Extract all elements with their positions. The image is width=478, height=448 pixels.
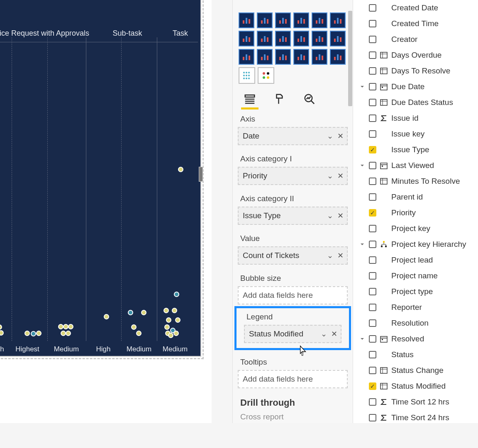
data-point[interactable]: [68, 324, 73, 329]
field-row[interactable]: Status Change: [353, 363, 478, 378]
field-row[interactable]: Status Modified: [353, 378, 478, 394]
viz-type-icon[interactable]: [312, 12, 327, 28]
viz-type-icon[interactable]: [312, 49, 327, 65]
field-checkbox[interactable]: [369, 256, 376, 264]
viz-type-icon[interactable]: [275, 49, 291, 65]
field-row[interactable]: Status: [353, 347, 478, 363]
field-row[interactable]: Issue Type: [353, 142, 478, 158]
scrollbar-thumb[interactable]: [348, 11, 352, 106]
field-row[interactable]: Resolved: [353, 331, 478, 347]
data-point[interactable]: [175, 317, 180, 323]
field-checkbox[interactable]: [369, 20, 376, 27]
chevron-down-icon[interactable]: ⌄: [321, 329, 327, 338]
field-row[interactable]: Days To Resolve: [353, 63, 478, 79]
field-checkbox[interactable]: [369, 367, 376, 374]
data-point[interactable]: [24, 331, 30, 336]
field-checkbox[interactable]: [369, 225, 376, 232]
data-point[interactable]: [136, 331, 141, 336]
field-well-value[interactable]: Count of Tickets ⌄ ✕: [238, 246, 348, 265]
field-checkbox[interactable]: [369, 209, 376, 217]
data-point[interactable]: [36, 331, 41, 336]
field-well-legend[interactable]: Status Modified ⌄ ✕: [244, 325, 341, 343]
field-checkbox[interactable]: [369, 351, 376, 358]
field-row[interactable]: Due Date: [353, 79, 478, 95]
remove-icon[interactable]: ✕: [331, 329, 337, 338]
field-row[interactable]: Project type: [353, 284, 478, 299]
viz-type-icon[interactable]: [330, 31, 346, 46]
field-row[interactable]: Days Overdue: [353, 47, 478, 63]
data-point[interactable]: [178, 167, 183, 172]
data-point[interactable]: [173, 331, 179, 336]
bubble-chart-visual[interactable]: ice Request with Approvals Sub-task Task: [0, 0, 201, 357]
remove-icon[interactable]: ✕: [337, 171, 344, 180]
field-checkbox[interactable]: [369, 99, 376, 106]
remove-icon[interactable]: ✕: [337, 251, 344, 260]
field-checkbox[interactable]: [369, 414, 376, 421]
viz-type-icon[interactable]: [293, 49, 309, 65]
data-point[interactable]: [131, 324, 137, 330]
viz-type-icon[interactable]: [330, 12, 346, 28]
data-point[interactable]: [128, 310, 133, 315]
field-checkbox[interactable]: [369, 241, 376, 248]
report-canvas[interactable]: ice Request with Approvals Sub-task Task: [0, 0, 212, 423]
field-row[interactable]: Last Viewed: [353, 158, 478, 173]
viz-type-icon[interactable]: [257, 12, 273, 28]
data-point[interactable]: [164, 324, 170, 330]
field-checkbox[interactable]: [369, 319, 376, 327]
field-row[interactable]: Resolution: [353, 315, 478, 331]
viz-type-icon[interactable]: [239, 12, 254, 28]
viz-type-icon[interactable]: [293, 12, 309, 28]
viz-type-icon[interactable]: [275, 31, 291, 46]
field-row[interactable]: Creator: [353, 32, 478, 47]
field-checkbox[interactable]: [369, 335, 376, 343]
viz-type-icon[interactable]: [293, 31, 309, 46]
tab-analytics-icon[interactable]: [302, 91, 317, 107]
field-row[interactable]: Project lead: [353, 252, 478, 268]
field-checkbox[interactable]: [369, 398, 376, 406]
viz-type-icon[interactable]: [239, 49, 254, 65]
field-checkbox[interactable]: [369, 67, 376, 75]
field-well-axis-cat1[interactable]: Priority ⌄ ✕: [238, 167, 348, 185]
field-row[interactable]: Created Time: [353, 16, 478, 32]
field-row[interactable]: Created Date: [353, 0, 478, 16]
data-point[interactable]: [163, 308, 169, 313]
field-row[interactable]: Time Sort 12 hrs: [353, 394, 478, 410]
field-well-tooltips[interactable]: Add data fields here: [238, 370, 348, 388]
field-row[interactable]: Time Sort 24 hrs: [353, 410, 478, 423]
data-point[interactable]: [0, 330, 4, 336]
viz-type-icon[interactable]: [330, 49, 346, 65]
field-row[interactable]: Project name: [353, 268, 478, 284]
field-checkbox[interactable]: [369, 36, 376, 43]
field-row[interactable]: Issue key: [353, 126, 478, 142]
field-well-bubble[interactable]: Add data fields here: [238, 286, 348, 304]
viz-type-icon[interactable]: [258, 67, 274, 84]
data-point[interactable]: [0, 324, 2, 330]
field-checkbox[interactable]: [369, 178, 376, 185]
viz-type-icon[interactable]: [239, 67, 255, 84]
field-row[interactable]: Project key: [353, 221, 478, 236]
expand-caret-icon[interactable]: [359, 241, 366, 248]
field-row[interactable]: Priority: [353, 205, 478, 221]
field-checkbox[interactable]: [369, 272, 376, 280]
field-checkbox[interactable]: [369, 114, 376, 122]
data-point[interactable]: [166, 317, 171, 323]
remove-icon[interactable]: ✕: [337, 131, 344, 141]
field-row[interactable]: Project key Hierarchy: [353, 236, 478, 252]
field-well-axis-cat2[interactable]: Issue Type ⌄ ✕: [238, 207, 348, 225]
field-checkbox[interactable]: [369, 162, 376, 169]
data-point[interactable]: [66, 331, 71, 336]
viz-type-icon[interactable]: [275, 12, 291, 28]
chevron-down-icon[interactable]: ⌄: [327, 251, 333, 260]
data-point[interactable]: [168, 333, 173, 338]
field-checkbox[interactable]: [369, 288, 376, 295]
field-checkbox[interactable]: [369, 4, 376, 12]
field-checkbox[interactable]: [369, 51, 376, 59]
viz-type-icon[interactable]: [257, 31, 273, 46]
viz-type-icon[interactable]: [312, 31, 327, 46]
field-well-axis[interactable]: Date ⌄ ✕: [238, 127, 348, 145]
data-point[interactable]: [31, 331, 36, 336]
tab-format-icon[interactable]: [272, 91, 288, 107]
field-checkbox[interactable]: [369, 83, 376, 90]
data-point[interactable]: [141, 310, 146, 315]
field-row[interactable]: Minutes To Resolve: [353, 173, 478, 189]
